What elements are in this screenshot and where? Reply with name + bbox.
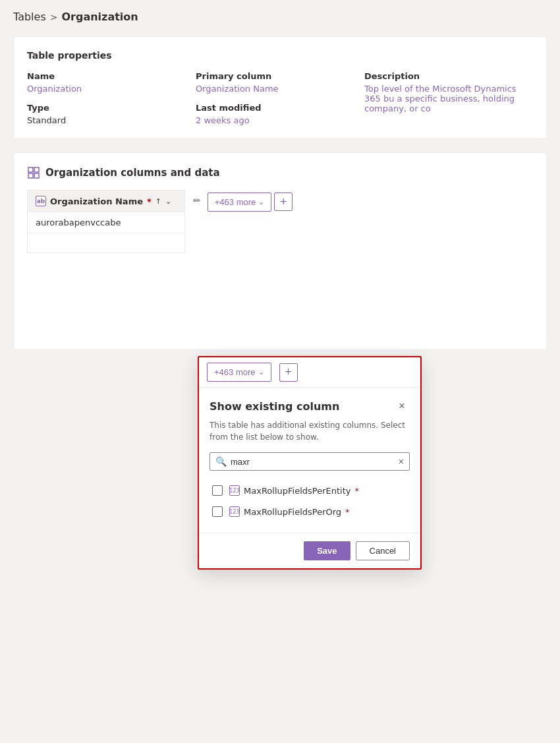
dialog-title-row: Show existing column × — [210, 398, 410, 414]
table-cell-empty — [28, 233, 185, 253]
breadcrumb: Tables > Organization — [13, 11, 547, 23]
field-type-icon-1: 123 — [229, 485, 240, 496]
checkbox-2[interactable] — [212, 506, 223, 517]
svg-rect-3 — [34, 173, 39, 178]
breadcrumb-current: Organization — [61, 11, 138, 23]
primary-column-value[interactable]: Organization Name — [196, 84, 364, 94]
svg-rect-1 — [34, 167, 39, 172]
col-type-icon: ab — [36, 196, 46, 206]
required-star-1: * — [354, 486, 359, 496]
section-title-row: Organization columns and data — [27, 166, 533, 179]
data-table: ab Organization Name * ↑ ⌄ aurorab — [27, 190, 185, 253]
cancel-button[interactable]: Cancel — [356, 541, 410, 560]
table-row: aurorabapenvccabe — [28, 212, 185, 233]
name-label: Name — [27, 71, 196, 81]
svg-rect-2 — [28, 173, 33, 178]
save-button[interactable]: Save — [304, 541, 350, 560]
popup-header-bar: +463 more ⌄ + — [199, 357, 420, 388]
table-properties-title: Table properties — [27, 50, 533, 61]
checkbox-item-1[interactable]: 123 MaxRollupFieldsPerEntity * — [210, 480, 410, 501]
type-value: Standard — [27, 115, 196, 125]
table-cell-org: aurorabapenvccabe — [28, 212, 185, 233]
checkbox-1[interactable] — [212, 485, 223, 496]
more-add-area[interactable]: +463 more ⌄ + — [208, 190, 293, 212]
sort-icon[interactable]: ↑ — [155, 197, 161, 206]
table-properties-card: Table properties Name Organization Type … — [13, 36, 547, 139]
description-label: Description — [364, 71, 533, 81]
dialog-footer: Save Cancel — [199, 533, 420, 568]
search-input[interactable] — [231, 457, 395, 467]
prop-primary-col: Primary column Organization Name Last mo… — [196, 71, 364, 125]
primary-column-label: Primary column — [196, 71, 364, 81]
breadcrumb-parent[interactable]: Tables — [13, 11, 46, 23]
col-header-text: Organization Name — [50, 196, 143, 206]
dialog-close-button[interactable]: × — [394, 398, 410, 414]
description-value: Top level of the Microsoft Dynamics 365 … — [364, 84, 533, 113]
columns-data-card: Organization columns and data ab Organiz… — [13, 152, 547, 350]
dialog-title: Show existing column — [210, 400, 339, 413]
add-column-button[interactable]: + — [274, 193, 293, 211]
prop-description-col: Description Top level of the Microsoft D… — [364, 71, 533, 125]
chevron-down-icon: ⌄ — [258, 198, 264, 206]
columns-data-title: Organization columns and data — [45, 167, 220, 179]
edit-pencil-area: ✏ — [185, 190, 201, 206]
column-panel: ab Organization Name * ↑ ⌄ aurorab — [27, 190, 185, 253]
show-existing-column-popup: +463 more ⌄ + Show existing column × Thi… — [198, 356, 422, 570]
field-type-icon-2: 123 — [229, 506, 240, 517]
last-modified-label: Last modified — [196, 103, 364, 113]
popup-add-button[interactable]: + — [279, 363, 298, 382]
popup-chevron-icon: ⌄ — [258, 368, 264, 376]
search-clear-button[interactable]: × — [399, 456, 404, 467]
last-modified-value: 2 weeks ago — [196, 115, 364, 125]
search-box: 🔍 × — [210, 452, 410, 471]
checkbox-label-1: 123 MaxRollupFieldsPerEntity * — [229, 485, 359, 496]
breadcrumb-sep: > — [50, 12, 58, 22]
required-star: * — [147, 196, 152, 206]
props-grid: Name Organization Type Standard Primary … — [27, 71, 533, 125]
more-columns-label: +463 more — [215, 197, 256, 207]
field-name-2: MaxRollupFieldsPerOrg — [244, 507, 341, 517]
type-label: Type — [27, 103, 196, 113]
required-star-2: * — [345, 507, 350, 517]
table-wrapper: ab Organization Name * ↑ ⌄ aurorab — [27, 190, 533, 253]
search-icon: 🔍 — [215, 456, 227, 467]
edit-pencil-icon[interactable]: ✏ — [193, 195, 201, 206]
prop-name-col: Name Organization Type Standard — [27, 71, 196, 125]
checkbox-label-2: 123 MaxRollupFieldsPerOrg * — [229, 506, 350, 517]
popup-more-label: +463 more — [214, 367, 256, 377]
svg-rect-0 — [28, 167, 33, 172]
dialog-body: Show existing column × This table has ad… — [199, 388, 420, 533]
table-grid-icon — [27, 166, 40, 179]
popup-more-btn[interactable]: +463 more ⌄ — [207, 363, 271, 382]
add-column-icon: + — [280, 195, 287, 209]
sort-down-icon[interactable]: ⌄ — [165, 197, 171, 206]
col-header-org-name: ab Organization Name * ↑ ⌄ — [28, 191, 185, 212]
checkbox-item-2[interactable]: 123 MaxRollupFieldsPerOrg * — [210, 501, 410, 522]
name-value[interactable]: Organization — [27, 84, 196, 94]
more-columns-button[interactable]: +463 more ⌄ — [208, 193, 272, 212]
table-row-empty — [28, 233, 185, 253]
dialog-description: This table has additional existing colum… — [210, 419, 410, 443]
field-name-1: MaxRollupFieldsPerEntity — [244, 486, 350, 496]
